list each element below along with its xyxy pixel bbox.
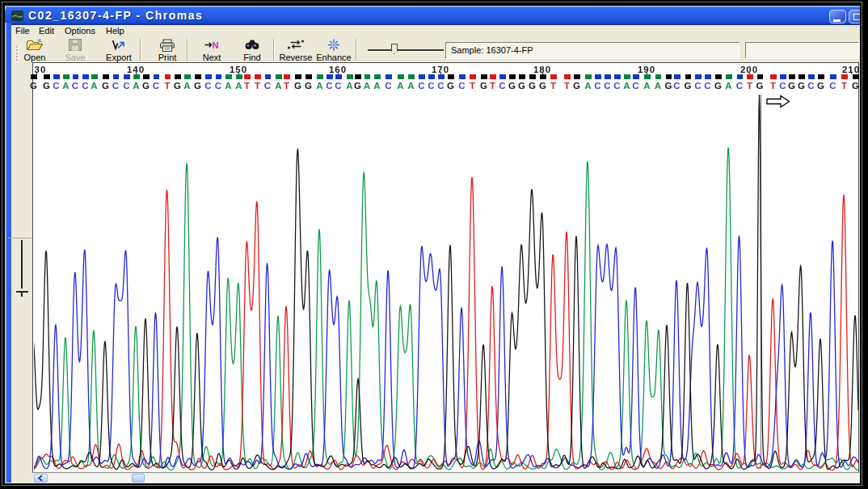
svg-text:N: N [213, 40, 219, 50]
